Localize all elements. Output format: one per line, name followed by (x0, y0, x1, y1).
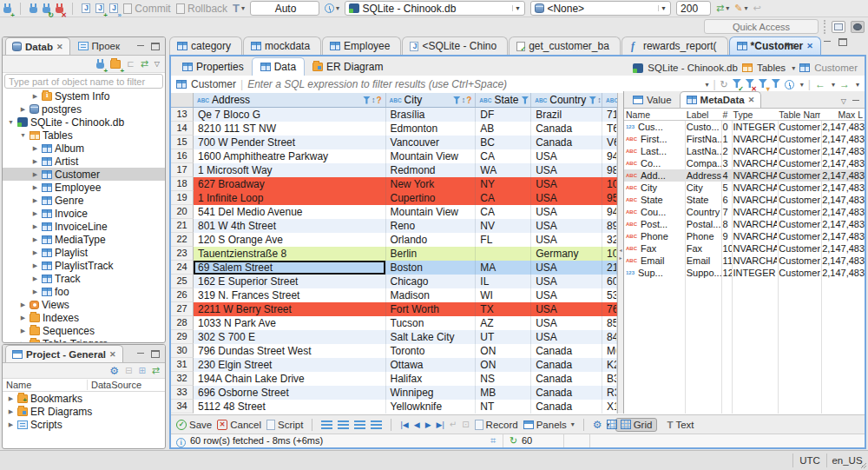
active-connection-combo[interactable]: SQLite - Chinook.db▼ (345, 1, 525, 16)
filter-history-icon[interactable]: ▾ (705, 81, 708, 89)
tab-database-navigator[interactable]: Datab✕ (5, 37, 70, 55)
quick-access-input[interactable] (704, 19, 819, 34)
cell-state[interactable]: NY (476, 177, 531, 191)
tree-item[interactable]: ▶ Sequences (3, 324, 165, 337)
cell-city[interactable]: Mountain View (386, 149, 477, 163)
cell-postal-clipped[interactable]: V6 (602, 136, 617, 149)
metadata-row[interactable]: ABCState State 6 NVARCHAR Customer 2,147… (624, 194, 865, 206)
table-row[interactable]: 31 230 Elgin Street Ottawa ON Canada K2 (171, 358, 617, 372)
column-header-state[interactable]: ABCState↕? (476, 93, 531, 107)
row-number-cell[interactable]: 13 (171, 108, 194, 122)
expand-arrow-icon[interactable]: ▶ (19, 341, 27, 344)
row-number-cell[interactable]: 31 (171, 358, 194, 372)
row-number-cell[interactable]: 23 (171, 247, 194, 261)
cell-address[interactable]: 120 S Orange Ave (194, 233, 386, 247)
cell-address[interactable]: 627 Broadway (194, 177, 386, 191)
cell-city[interactable]: Tucson (386, 316, 477, 330)
cell-country[interactable]: USA (531, 302, 602, 316)
execution-time-icon[interactable] (785, 80, 794, 89)
transaction-mode-button[interactable]: T▾ (233, 2, 245, 16)
cell-state[interactable] (476, 247, 531, 261)
save-button[interactable]: ✓Save (176, 420, 212, 430)
cell-postal-clipped[interactable]: 95 (602, 191, 617, 205)
editor-tab[interactable]: rewards_report( (621, 36, 728, 55)
table-row[interactable]: 28 1033 N Park Ave Tucson AZ USA 85 (171, 316, 617, 330)
cell-postal-clipped[interactable]: R3 (602, 386, 617, 400)
expand-arrow-icon[interactable]: ▶ (31, 197, 39, 204)
table-row[interactable]: 15 700 W Pender Street Vancouver BC Cana… (171, 136, 617, 149)
cell-state[interactable]: ON (476, 358, 531, 372)
row-number-cell[interactable]: 14 (171, 122, 194, 136)
collapse-right-icon[interactable]: ▸ (619, 255, 621, 261)
expand-arrow-icon[interactable]: ▼ (7, 119, 15, 125)
maximize-icon[interactable] (151, 350, 160, 358)
expand-arrow-icon[interactable]: ▶ (31, 158, 39, 165)
cell-postal-clipped[interactable]: 53 (602, 288, 617, 302)
cell-city[interactable]: Winnipeg (386, 386, 477, 400)
column-header-datasource[interactable]: DataSource (88, 380, 141, 390)
table-row[interactable]: 13 Qe 7 Bloco G Brasília DF Brazil 71 (171, 108, 617, 122)
cell-address[interactable]: Qe 7 Bloco G (194, 108, 386, 122)
open-perspective-button[interactable] (832, 21, 845, 33)
minimize-icon[interactable] (136, 43, 145, 50)
filter-icon[interactable] (521, 96, 529, 104)
cell-country[interactable]: USA (531, 149, 602, 163)
sync-button[interactable]: ⇄▾ (716, 2, 729, 16)
view-menu-icon[interactable]: ▽ (155, 60, 160, 68)
link-with-editor-icon[interactable]: ⇄ (152, 365, 160, 376)
cell-city[interactable]: Chicago (386, 275, 477, 288)
collapse-icon[interactable]: ⊟ (125, 366, 132, 375)
row-number-cell[interactable]: 22 (171, 233, 194, 247)
apply-filter-icon[interactable]: ✓ (733, 78, 741, 90)
cell-state[interactable]: FL (476, 233, 531, 247)
cell-country[interactable]: USA (531, 163, 602, 177)
navigator-filter-input[interactable] (4, 74, 163, 89)
table-row[interactable]: 14 8210 111 ST NW Edmonton AB Canada T6 (171, 122, 617, 136)
cell-country[interactable]: USA (531, 275, 602, 288)
table-row[interactable]: 23 Tauentzienstraße 8 Berlin Germany 10 (171, 247, 617, 261)
cell-postal-clipped[interactable]: 32 (602, 233, 617, 247)
tree-item[interactable]: ▶ MediaType (3, 233, 165, 246)
expand-arrow-icon[interactable]: ▶ (31, 93, 39, 100)
tree-item[interactable]: ▶ PlaylistTrack (3, 259, 165, 272)
metadata-row[interactable]: 123Sup... Suppo... 12 INTEGER Customer 2… (624, 267, 865, 279)
row-number-cell[interactable]: 34 (171, 400, 194, 414)
expand-arrow-icon[interactable]: ▶ (31, 236, 39, 243)
sql-filter-input[interactable] (247, 76, 699, 92)
expand-arrow-icon[interactable]: ▶ (31, 262, 39, 269)
new-connection-icon[interactable]: + (96, 57, 104, 71)
view-menu-icon[interactable]: ▽ (841, 97, 846, 105)
cell-country[interactable]: Brazil (531, 108, 602, 122)
cell-country[interactable]: USA (531, 288, 602, 302)
close-icon[interactable]: ✕ (109, 350, 116, 359)
active-schema-combo[interactable]: <None>▼ (530, 1, 671, 16)
metadata-row[interactable]: ABCCo... Compa... 3 NVARCHAR Customer 2,… (624, 157, 865, 169)
expand-arrow-icon[interactable]: ▶ (31, 249, 39, 256)
cell-postal-clipped[interactable]: 94 (602, 149, 617, 163)
cell-state[interactable]: NT (476, 400, 531, 414)
cell-address[interactable]: 1 Infinite Loop (194, 191, 386, 205)
cell-address[interactable]: 1 Microsoft Way (194, 163, 386, 177)
row-number-cell[interactable]: 28 (171, 316, 194, 330)
table-row[interactable]: 34 5112 48 Street Yellowknife NT Canada … (171, 400, 617, 414)
cell-country[interactable]: Canada (531, 122, 602, 136)
tab-project-general[interactable]: Project - General✕ (5, 345, 123, 362)
cell-state[interactable]: WI (476, 288, 531, 302)
editor-tab[interactable]: get_customer_ba (509, 36, 621, 55)
minimize-icon[interactable] (136, 350, 145, 358)
gear-icon[interactable]: ⚙ (109, 366, 119, 376)
editor-tab[interactable]: <SQLite - Chino (402, 36, 508, 55)
cell-state[interactable]: MA (476, 261, 531, 275)
cell-city[interactable]: Reno (386, 219, 477, 233)
metadata-row[interactable]: ABCLast... LastNa... 2 NVARCHAR Customer… (624, 145, 865, 157)
commit-mode-combo[interactable]: Auto (250, 1, 319, 16)
cell-country[interactable]: USA (531, 191, 602, 205)
cell-city[interactable]: New York (386, 177, 477, 191)
text-view-toggle[interactable]: TText (662, 419, 698, 431)
cell-city[interactable]: Vancouver (386, 136, 477, 149)
metadata-row[interactable]: ABCFax Fax 10 NVARCHAR Customer 2,147,48… (624, 242, 865, 255)
metadata-row[interactable]: ABCAdd... Address 4 NVARCHAR Customer 2,… (624, 169, 865, 182)
cell-postal-clipped[interactable]: 89 (602, 219, 617, 233)
record-button[interactable]: Record (475, 420, 518, 430)
edit-row-icon[interactable] (321, 420, 332, 429)
